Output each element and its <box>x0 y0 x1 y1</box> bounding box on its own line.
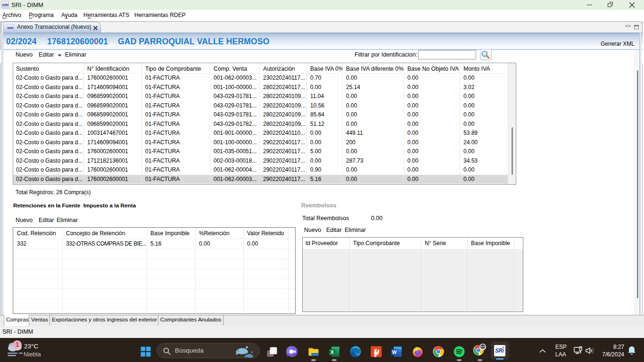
svg-text:W: W <box>392 349 397 355</box>
svg-text:X: X <box>330 349 334 355</box>
